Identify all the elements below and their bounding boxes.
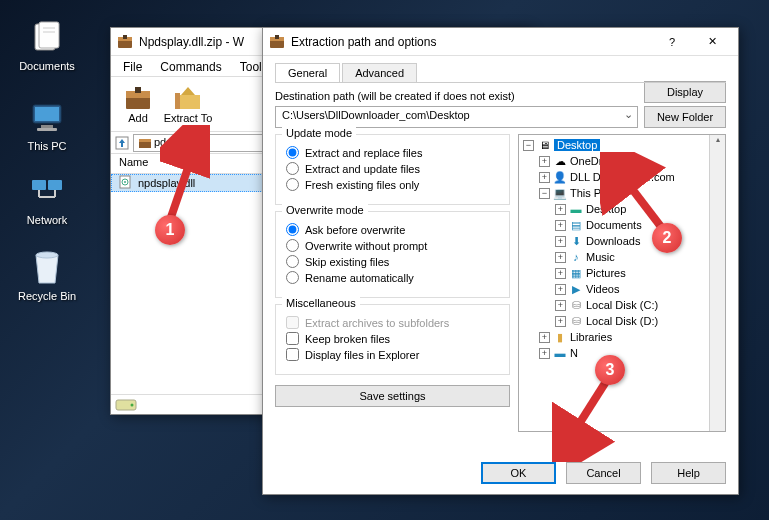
expand-icon[interactable]: + [539, 332, 550, 343]
menu-commands[interactable]: Commands [152, 58, 229, 74]
check-keep-broken[interactable]: Keep broken files [286, 332, 499, 345]
collapse-icon[interactable]: − [523, 140, 534, 151]
radio-ask-overwrite[interactable]: Ask before overwrite [286, 223, 499, 236]
save-settings-button[interactable]: Save settings [275, 385, 510, 407]
collapse-icon[interactable]: − [539, 188, 550, 199]
desktop-icon: 🖥 [537, 138, 551, 152]
cloud-icon: ☁ [553, 154, 567, 168]
new-folder-button[interactable]: New Folder [644, 106, 726, 128]
dll-file-icon [118, 175, 134, 191]
tree-node-network[interactable]: +▬N [521, 345, 723, 361]
update-mode-label: Update mode [282, 127, 356, 139]
checkbox-input[interactable] [286, 348, 299, 361]
toolbar-extract-button[interactable]: Extract To [163, 79, 213, 129]
expand-icon[interactable]: + [555, 284, 566, 295]
expand-icon[interactable]: + [555, 316, 566, 327]
add-archive-icon [122, 84, 154, 112]
dialog-title: Extraction path and options [291, 35, 652, 49]
tree-node-videos[interactable]: +▶Videos [521, 281, 723, 297]
svg-rect-8 [32, 180, 46, 190]
desktop-icon-recycle[interactable]: Recycle Bin [12, 248, 82, 302]
desktop-icon-label: Network [27, 214, 67, 226]
radio-input[interactable] [286, 239, 299, 252]
tab-advanced[interactable]: Advanced [342, 63, 417, 82]
recycle-bin-icon [27, 248, 67, 288]
radio-input[interactable] [286, 255, 299, 268]
disk-icon: ⛁ [569, 298, 583, 312]
svg-rect-21 [175, 93, 180, 109]
network-folder-icon: ▬ [553, 346, 567, 360]
expand-icon[interactable]: + [555, 236, 566, 247]
winrar-app-icon [269, 34, 285, 50]
radio-skip-existing[interactable]: Skip existing files [286, 255, 499, 268]
toolbar-add-label: Add [128, 112, 148, 124]
ok-button[interactable]: OK [481, 462, 556, 484]
expand-icon[interactable]: + [555, 252, 566, 263]
tree-scrollbar[interactable] [709, 135, 725, 431]
radio-overwrite-noprompt[interactable]: Overwrite without prompt [286, 239, 499, 252]
dialog-titlebar[interactable]: Extraction path and options ? ✕ [263, 28, 738, 56]
videos-folder-icon: ▶ [569, 282, 583, 296]
help-button[interactable]: ? [652, 28, 692, 56]
radio-input[interactable] [286, 271, 299, 284]
toolbar-add-button[interactable]: Add [113, 79, 163, 129]
tree-node-music[interactable]: +♪Music [521, 249, 723, 265]
desktop-icon-network[interactable]: Network [12, 172, 82, 226]
expand-icon[interactable]: + [539, 172, 550, 183]
tree-node-disk-d[interactable]: +⛁Local Disk (D:) [521, 313, 723, 329]
expand-icon[interactable]: + [555, 300, 566, 311]
desktop-icon-thispc[interactable]: This PC [12, 98, 82, 152]
annotation-arrow-1 [160, 125, 210, 225]
tree-node-libraries[interactable]: +▮Libraries [521, 329, 723, 345]
expand-icon[interactable]: + [555, 220, 566, 231]
annotation-marker-1: 1 [155, 215, 185, 245]
radio-input[interactable] [286, 146, 299, 159]
miscellaneous-group: Miscellaneous Extract archives to subfol… [275, 304, 510, 375]
radio-input[interactable] [286, 223, 299, 236]
dialog-tabs: General Advanced [275, 63, 726, 83]
svg-rect-6 [41, 125, 53, 128]
radio-extract-update[interactable]: Extract and update files [286, 162, 499, 175]
up-arrow-icon[interactable] [115, 136, 129, 150]
svg-rect-32 [275, 35, 279, 39]
radio-extract-replace[interactable]: Extract and replace files [286, 146, 499, 159]
thispc-icon: 💻 [553, 186, 567, 200]
svg-rect-24 [139, 139, 151, 142]
radio-fresh-only[interactable]: Fresh existing files only [286, 178, 499, 191]
update-mode-group: Update mode Extract and replace files Ex… [275, 134, 510, 205]
display-button[interactable]: Display [644, 81, 726, 103]
radio-input[interactable] [286, 178, 299, 191]
overwrite-mode-group: Overwrite mode Ask before overwrite Over… [275, 211, 510, 298]
cancel-button[interactable]: Cancel [566, 462, 641, 484]
tree-node-pictures[interactable]: +▦Pictures [521, 265, 723, 281]
downloads-folder-icon: ⬇ [569, 234, 583, 248]
expand-icon[interactable]: + [555, 204, 566, 215]
close-button[interactable]: ✕ [692, 28, 732, 56]
tab-general[interactable]: General [275, 63, 340, 82]
expand-icon[interactable]: + [539, 156, 550, 167]
radio-rename-auto[interactable]: Rename automatically [286, 271, 499, 284]
overwrite-mode-label: Overwrite mode [282, 204, 368, 216]
svg-line-33 [170, 133, 200, 220]
check-subfolders[interactable]: Extract archives to subfolders [286, 316, 499, 329]
svg-line-35 [560, 380, 607, 454]
svg-rect-7 [37, 128, 57, 131]
svg-point-29 [131, 403, 134, 406]
extraction-dialog: Extraction path and options ? ✕ General … [262, 27, 739, 495]
documents-icon [27, 18, 67, 58]
desktop-icon-documents[interactable]: Documents [12, 18, 82, 72]
misc-label: Miscellaneous [282, 297, 360, 309]
svg-rect-1 [39, 22, 59, 48]
check-display-explorer[interactable]: Display files in Explorer [286, 348, 499, 361]
help-button[interactable]: Help [651, 462, 726, 484]
tree-node-desktop-root[interactable]: −🖥Desktop [521, 137, 723, 153]
destination-path-input[interactable]: C:\Users\DllDownloader_com\Desktop [275, 106, 638, 128]
svg-rect-16 [123, 35, 127, 39]
expand-icon[interactable]: + [555, 268, 566, 279]
checkbox-input[interactable] [286, 332, 299, 345]
radio-input[interactable] [286, 162, 299, 175]
menu-file[interactable]: File [115, 58, 150, 74]
expand-icon[interactable]: + [539, 348, 550, 359]
tree-node-disk-c[interactable]: +⛁Local Disk (C:) [521, 297, 723, 313]
annotation-marker-2: 2 [652, 223, 682, 253]
